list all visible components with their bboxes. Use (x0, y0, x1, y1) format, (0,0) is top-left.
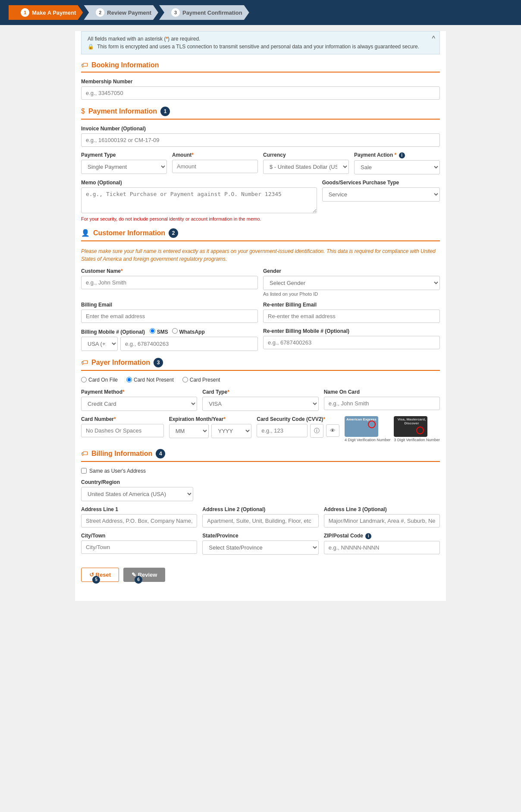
card-on-file-radio[interactable] (81, 377, 87, 382)
payment-badge: 1 (160, 107, 170, 116)
billing-title: Billing Information (91, 450, 152, 458)
state-col: State/Province Select State/Province Cal… (202, 533, 318, 555)
zip-col: ZIP/Postal Code i (324, 533, 440, 555)
customer-section-header: 👤 Customer Information 2 (81, 228, 440, 241)
sms-radio[interactable] (150, 328, 155, 334)
currency-col: Currency $ - United States Dollar (USD) … (263, 152, 349, 174)
membership-input[interactable] (81, 86, 440, 100)
customer-section: 👤 Customer Information 2 Please make sur… (81, 228, 440, 351)
billing-email-input[interactable] (81, 310, 258, 323)
card-present-label[interactable]: Card Present (182, 377, 220, 383)
customer-name-input[interactable] (81, 276, 258, 289)
re-mobile-col: Re-enter Billing Mobile # (Optional) (263, 328, 440, 349)
name-on-card-input[interactable] (324, 397, 440, 410)
zip-label: ZIP/Postal Code i (324, 533, 440, 539)
payment-method-select[interactable]: Credit Card ACH Wire Transfer (81, 397, 197, 411)
payment-action-select[interactable]: Sale Authorize (354, 160, 440, 174)
whatsapp-label: WhatsApp (179, 329, 204, 335)
same-address-row: Same as User's Address (81, 468, 440, 474)
card-not-present-label[interactable]: Card Not Present (126, 377, 174, 383)
card-not-present-radio[interactable] (126, 377, 132, 382)
payment-action-info-icon: i (399, 152, 405, 158)
expiry-month-select[interactable]: MM 01020304 05060708 09101112 (169, 424, 209, 438)
address1-col: Address Line 1 (81, 506, 197, 528)
memo-warning: For your security, do not include person… (81, 216, 440, 221)
same-address-label: Same as User's Address (89, 468, 146, 474)
currency-select[interactable]: $ - United States Dollar (USD) € - Euro … (263, 160, 349, 174)
payment-type-select[interactable]: Single Payment Installment (81, 160, 167, 174)
memo-input[interactable] (81, 187, 317, 213)
re-billing-email-input[interactable] (263, 310, 440, 323)
visa-caption: 3 Digit Verification Number (394, 438, 440, 442)
cvv-info-button[interactable]: ⓘ (310, 424, 323, 438)
mobile-input[interactable] (120, 337, 258, 351)
card-type-select[interactable]: VISA Mastercard American Express Discove… (202, 397, 318, 411)
amex-image-group: American Express 4 Digit Verification Nu… (345, 416, 391, 442)
step-2-label: Review Payment (107, 9, 151, 16)
step-3[interactable]: 3 Payment Confirmation (159, 5, 249, 20)
gender-col: Gender Select Gender Male Female Non-bin… (263, 268, 440, 297)
city-input[interactable] (81, 540, 197, 554)
step-1[interactable]: 1 Make A Payment (9, 5, 83, 20)
address1-input[interactable] (81, 514, 197, 528)
invoice-input[interactable] (81, 133, 440, 147)
cvv-label: Card Security Code (CVV2)* (257, 416, 339, 422)
collapse-button[interactable]: ^ (432, 35, 435, 43)
amex-caption: 4 Digit Verification Number (345, 438, 391, 442)
payment-type-label: Payment Type (81, 152, 167, 158)
zip-input[interactable] (324, 541, 440, 554)
reset-button[interactable]: ↺ Reset (81, 568, 119, 582)
billing-badge: 4 (156, 449, 165, 458)
cvv-col: Card Security Code (CVV2)* ⓘ 👁 (257, 416, 339, 442)
phone-row: Billing Mobile # (Optional) SMS WhatsApp… (81, 328, 440, 351)
email-row: Billing Email Re-enter Billing Email (81, 302, 440, 323)
payer-type-group: Card On File Card Not Present Card Prese… (81, 377, 440, 383)
city-state-zip-row: City/Town State/Province Select State/Pr… (81, 533, 440, 555)
payment-action-col: Payment Action * i Sale Authorize (354, 152, 440, 174)
mobile-input-group: USA (+1) (81, 337, 258, 351)
card-number-input[interactable] (81, 424, 164, 437)
card-on-file-label[interactable]: Card On File (81, 377, 118, 383)
card-type-label: Card Type* (202, 389, 318, 395)
goods-select[interactable]: Service Goods Other (322, 187, 440, 202)
payer-section-header: 🏷 Payer Information 3 (81, 358, 440, 371)
cvv-input[interactable] (257, 424, 308, 437)
payer-icon: 🏷 (81, 359, 88, 367)
payer-title: Payer Information (91, 359, 150, 367)
name-gender-row: Customer Name* Gender Select Gender Male… (81, 268, 440, 297)
payment-section-header: $ Payment Information 1 (81, 107, 440, 120)
payment-action-label: Payment Action * i (354, 152, 440, 158)
booking-icon: 🏷 (81, 61, 88, 69)
info-bar: ^ All fields marked with an asterisk (*)… (81, 31, 440, 54)
main-container: ^ All fields marked with an asterisk (*)… (75, 31, 446, 601)
re-mobile-input[interactable] (263, 336, 440, 349)
re-mobile-label: Re-enter Billing Mobile # (Optional) (263, 328, 440, 334)
payer-badge: 3 (154, 358, 163, 367)
state-select[interactable]: Select State/Province California New Yor… (202, 540, 318, 555)
same-address-checkbox[interactable] (81, 468, 87, 474)
expiry-year-select[interactable]: YYYY 202420252026 2027202820292030 (211, 424, 251, 438)
step-2[interactable]: 2 Review Payment (84, 5, 158, 20)
address2-input[interactable] (202, 514, 318, 528)
name-on-card-col: Name On Card (324, 389, 440, 411)
expiry-col: Expiration Month/Year* MM 01020304 05060… (169, 416, 252, 442)
cvv-show-button[interactable]: 👁 (326, 424, 339, 437)
goods-label: Goods/Services Purchase Type (322, 180, 440, 186)
gender-select[interactable]: Select Gender Male Female Non-binary (263, 276, 440, 290)
payer-section: 🏷 Payer Information 3 Card On File Card … (81, 358, 440, 442)
step-badge-5: 5 (92, 576, 100, 584)
city-col: City/Town (81, 533, 197, 555)
whatsapp-radio[interactable] (172, 328, 178, 334)
membership-group: Membership Number (81, 79, 440, 100)
payment-title: Payment Information (88, 107, 157, 115)
currency-label: Currency (263, 152, 349, 158)
address2-col: Address Line 2 (Optional) (202, 506, 318, 528)
address3-input[interactable] (324, 514, 440, 528)
step-1-label: Make A Payment (32, 9, 76, 16)
city-label: City/Town (81, 533, 197, 539)
review-button[interactable]: ✎ Review (123, 568, 165, 582)
country-select[interactable]: United States of America (USA) Canada Un… (81, 487, 193, 501)
country-code-select[interactable]: USA (+1) (81, 337, 118, 351)
card-present-radio[interactable] (182, 377, 188, 382)
amount-input[interactable] (172, 160, 258, 173)
